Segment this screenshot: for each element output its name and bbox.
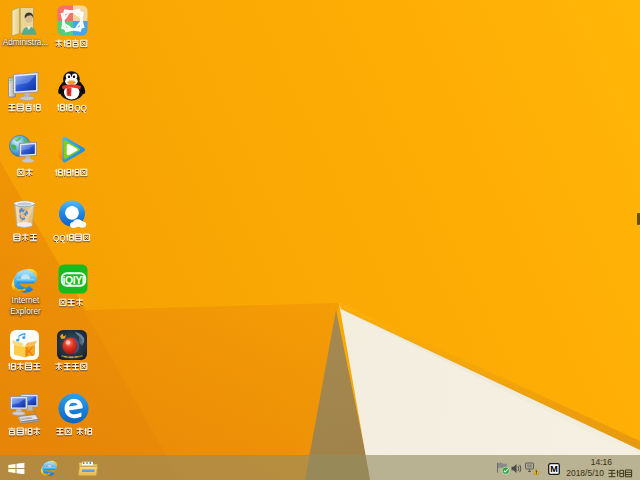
svg-text:K: K xyxy=(25,345,34,359)
svg-text:iQIYI: iQIYI xyxy=(62,274,84,286)
svg-text:QQ: QQ xyxy=(53,234,66,243)
svg-text:QQ: QQ xyxy=(74,104,87,113)
